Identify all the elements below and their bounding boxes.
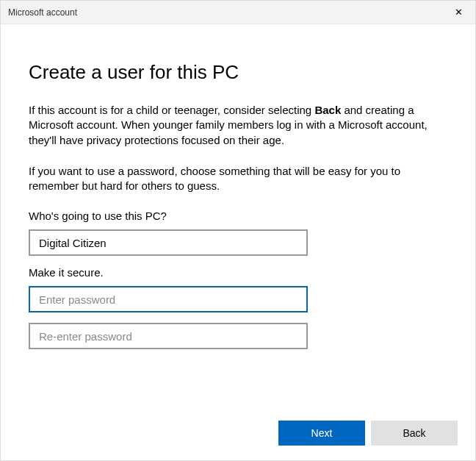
close-icon: ✕ bbox=[455, 7, 463, 18]
window-title: Microsoft account bbox=[8, 7, 77, 18]
password-input[interactable] bbox=[29, 286, 308, 312]
intro-paragraph-2: If you want to use a password, choose so… bbox=[29, 164, 447, 194]
back-button[interactable]: Back bbox=[371, 421, 458, 446]
reenter-password-input[interactable] bbox=[29, 323, 308, 349]
secure-label: Make it secure. bbox=[29, 266, 447, 279]
next-button[interactable]: Next bbox=[278, 421, 365, 446]
intro-paragraph-1: If this account is for a child or teenag… bbox=[29, 103, 447, 148]
username-label: Who's going to use this PC? bbox=[29, 210, 447, 222]
intro-bold-back: Back bbox=[314, 104, 341, 116]
intro-text-a: If this account is for a child or teenag… bbox=[29, 104, 314, 116]
titlebar: Microsoft account ✕ bbox=[1, 1, 475, 24]
page-title: Create a user for this PC bbox=[29, 61, 447, 84]
content-area: Create a user for this PC If this accoun… bbox=[1, 24, 475, 374]
footer-buttons: Next Back bbox=[278, 421, 458, 446]
username-input[interactable] bbox=[29, 229, 308, 256]
close-button[interactable]: ✕ bbox=[441, 1, 475, 24]
